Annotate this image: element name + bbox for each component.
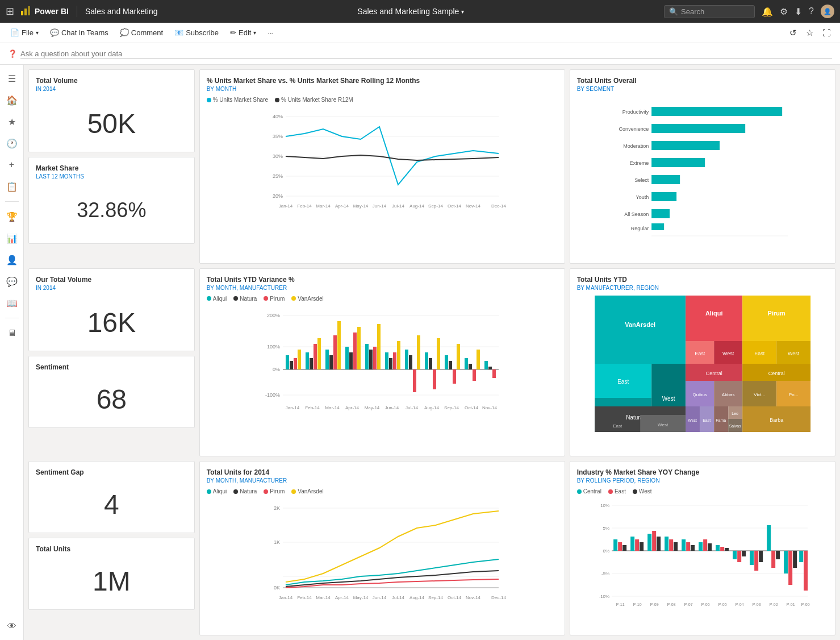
sentiment-gap-title: Sentiment Gap — [36, 468, 187, 476]
sidebar-home-icon[interactable]: 🏠 — [3, 91, 21, 109]
svg-rect-76 — [397, 341, 400, 369]
sidebar-apps-icon[interactable]: 📋 — [3, 177, 21, 196]
total-units-ytd-card: Total Units YTD BY MANUFACTURER, REGION … — [570, 268, 835, 457]
svg-text:Jun-14: Jun-14 — [385, 405, 399, 410]
fullscreen-icon[interactable]: ⛶ — [819, 26, 834, 40]
svg-text:Dec-14: Dec-14 — [491, 203, 506, 209]
app-grid-icon[interactable]: ⊞ — [6, 5, 14, 18]
svg-rect-70 — [369, 350, 373, 369]
sidebar-metrics-icon[interactable]: 🏆 — [3, 207, 21, 226]
svg-rect-71 — [373, 347, 377, 369]
total-units-2014-svg: 2K 1K 0K Jan-14 Feb-14 Mar-14 Apr-14 May… — [207, 497, 558, 610]
svg-rect-74 — [389, 358, 392, 369]
sidebar-view-icon[interactable]: 👁 — [3, 617, 21, 635]
download-icon[interactable]: ⬇ — [795, 6, 802, 17]
edit-icon: ✏ — [230, 28, 236, 37]
svg-rect-33 — [651, 107, 782, 116]
workspace-label[interactable]: Sales and Marketing — [85, 7, 158, 16]
chevron-down-icon: ▾ — [461, 9, 464, 15]
svg-text:P-04: P-04 — [735, 602, 743, 606]
svg-rect-220 — [793, 551, 797, 568]
svg-rect-190 — [622, 545, 626, 551]
industry-market-share-card: Industry % Market Share YOY Change BY RO… — [570, 461, 835, 635]
report-title[interactable]: Sales and Marketing Sample ▾ — [357, 7, 464, 16]
powerbi-logo — [20, 5, 31, 18]
svg-rect-83 — [433, 369, 436, 389]
pct-units-svg: 40% 35% 30% 25% 20% Jan-14 Feb-14 Mar-14… — [207, 105, 558, 219]
svg-text:25%: 25% — [273, 173, 283, 179]
help-icon[interactable]: ? — [809, 6, 814, 16]
svg-text:May-14: May-14 — [353, 595, 368, 600]
chat-in-teams-button[interactable]: 💬 Chat in Teams — [45, 26, 113, 39]
svg-rect-62 — [329, 355, 333, 369]
svg-text:Regular: Regular — [630, 226, 649, 231]
search-box[interactable]: 🔍 — [664, 5, 755, 18]
svg-text:May-14: May-14 — [353, 203, 368, 209]
svg-text:0%: 0% — [603, 548, 609, 554]
sidebar-chat-icon[interactable]: 💬 — [3, 272, 21, 290]
svg-rect-66 — [349, 352, 353, 369]
svg-rect-217 — [776, 551, 780, 559]
svg-text:East: East — [613, 423, 622, 429]
sidebar-monitor-icon[interactable]: 🖥 — [3, 324, 21, 342]
svg-text:0.4M: 0.4M — [777, 238, 787, 239]
svg-text:East: East — [754, 351, 765, 356]
file-label: File — [22, 28, 34, 37]
ytd-variance-title: Total Units YTD Variance % — [207, 276, 558, 284]
svg-rect-205 — [708, 543, 712, 551]
sidebar-menu-icon[interactable]: ☰ — [3, 69, 21, 88]
svg-rect-200 — [682, 539, 686, 551]
svg-text:Jan-14: Jan-14 — [278, 203, 292, 209]
svg-text:-100%: -100% — [265, 392, 280, 398]
svg-rect-85 — [445, 355, 448, 369]
svg-rect-206 — [716, 545, 720, 551]
svg-rect-196 — [657, 537, 661, 551]
comment-label: Comment — [131, 28, 163, 37]
svg-rect-63 — [333, 335, 337, 369]
sidebar-learn-icon[interactable]: 📖 — [3, 294, 21, 312]
search-input[interactable] — [681, 7, 750, 16]
our-total-volume-title: Our Total Volume — [36, 276, 187, 284]
market-share-subtitle: LAST 12 MONTHS — [36, 173, 187, 180]
powerbi-text: Power BI — [35, 7, 69, 16]
question-input[interactable] — [20, 49, 214, 58]
notification-icon[interactable]: 🔔 — [762, 6, 773, 17]
market-share-value: 32.86% — [36, 184, 187, 236]
svg-text:P-07: P-07 — [684, 602, 692, 606]
sidebar-create-icon[interactable]: + — [3, 156, 21, 174]
svg-rect-77 — [405, 350, 408, 369]
svg-text:Leo: Leo — [732, 412, 738, 415]
svg-text:East: East — [617, 379, 629, 385]
sidebar-workspace-icon[interactable]: 📊 — [3, 229, 21, 247]
edit-button[interactable]: ✏ Edit ▾ — [225, 26, 261, 39]
svg-text:P-02: P-02 — [769, 602, 778, 606]
svg-text:Jul-14: Jul-14 — [392, 203, 404, 209]
file-button[interactable]: 📄 File ▾ — [6, 26, 43, 39]
svg-rect-54 — [290, 361, 293, 369]
our-total-volume-card: Our Total Volume IN 2014 16K — [28, 268, 195, 351]
more-button[interactable]: ··· — [263, 26, 278, 39]
svg-rect-67 — [353, 333, 357, 369]
refresh-icon[interactable]: ↺ — [786, 26, 800, 40]
svg-text:Jun-14: Jun-14 — [372, 595, 386, 600]
sidebar-recent-icon[interactable]: 🕐 — [3, 134, 21, 152]
total-volume-title: Total Volume — [36, 77, 187, 85]
svg-rect-65 — [345, 347, 349, 369]
total-units-overall-card: Total Units Overall BY SEGMENT Productiv… — [570, 69, 835, 264]
svg-rect-56 — [298, 350, 301, 369]
total-units-card: Total Units 1M — [28, 538, 195, 610]
svg-text:Apr-14: Apr-14 — [345, 405, 360, 410]
subscribe-button[interactable]: 📧 Subscribe — [170, 26, 223, 39]
svg-text:Barba: Barba — [770, 417, 783, 423]
svg-text:Youth: Youth — [636, 194, 649, 200]
svg-rect-195 — [652, 531, 656, 551]
favorite-icon[interactable]: ☆ — [803, 26, 817, 40]
svg-rect-215 — [767, 525, 771, 551]
sidebar-people-icon[interactable]: 👤 — [3, 251, 21, 269]
account-icon[interactable]: 👤 — [821, 5, 834, 18]
settings-icon[interactable]: ⚙ — [780, 6, 788, 17]
comment-button[interactable]: 💭 Comment — [115, 26, 168, 39]
total-units-overall-title: Total Units Overall — [577, 77, 828, 85]
sidebar-favorites-icon[interactable]: ★ — [3, 113, 21, 131]
svg-rect-201 — [686, 542, 690, 551]
